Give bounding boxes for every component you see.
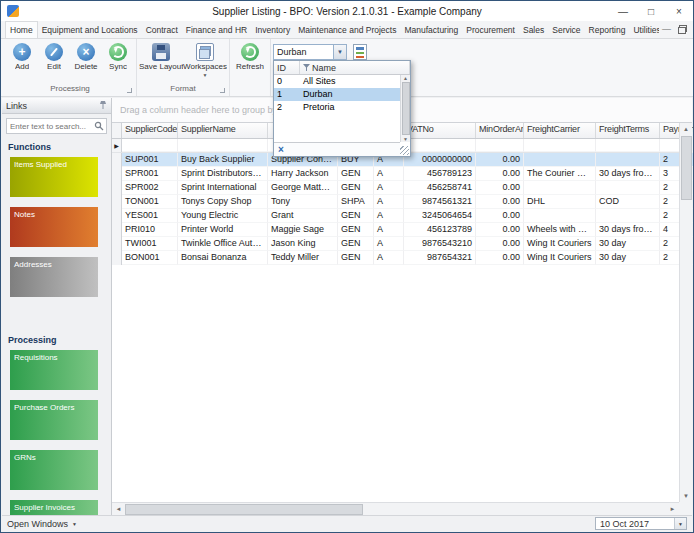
grid-cell[interactable]: Jason King: [268, 237, 338, 251]
tab-utilities[interactable]: Utilities: [629, 22, 659, 38]
grid-cell[interactable]: 0.00: [476, 237, 524, 251]
grid-cell[interactable]: PRI010: [122, 223, 178, 237]
search-input[interactable]: [7, 121, 94, 132]
grid-cell[interactable]: 0.00: [476, 167, 524, 181]
column-header-freightcarrier[interactable]: FreightCarrier: [524, 123, 596, 138]
grid-cell[interactable]: George Matthews: [268, 181, 338, 195]
tab-procurement[interactable]: Procurement: [462, 22, 519, 38]
popup-scroll-thumb[interactable]: [402, 82, 410, 135]
grid-cell[interactable]: 9876543210: [404, 237, 476, 251]
grid-cell[interactable]: 456123789: [404, 223, 476, 237]
tile-purchase-orders[interactable]: Purchase Orders: [10, 400, 98, 440]
scroll-up-icon[interactable]: ▲: [680, 123, 693, 135]
grid-cell[interactable]: SUP001: [122, 153, 178, 167]
tab-reporting[interactable]: Reporting: [585, 22, 630, 38]
popup-scroll-up-icon[interactable]: ▲: [403, 75, 408, 81]
horizontal-scroll-thumb[interactable]: [125, 504, 363, 515]
pin-icon[interactable]: [99, 100, 107, 112]
tab-inventory[interactable]: Inventory: [251, 22, 294, 38]
grid-cell[interactable]: SPR002: [122, 181, 178, 195]
grid-row[interactable]: BON001Bonsai BonanzaTeddy MillerGENA9876…: [112, 251, 692, 265]
grid-cell[interactable]: 0.00: [476, 195, 524, 209]
popup-row-pretoria[interactable]: 2Pretoria: [274, 101, 410, 114]
grid-cell[interactable]: Wheels with Wings: [524, 223, 596, 237]
report-icon[interactable]: [353, 44, 367, 60]
column-header-freightterms[interactable]: FreightTerms: [596, 123, 660, 138]
tab-maintenance-and-projects[interactable]: Maintenance and Projects: [294, 22, 400, 38]
popup-scrollbar[interactable]: ▲ ▼: [400, 75, 410, 142]
grid-cell[interactable]: A: [374, 237, 404, 251]
grid-row[interactable]: TON001Tonys Copy ShopTonySHPAA9874561321…: [112, 195, 692, 209]
ribbon-button-workspaces[interactable]: Workspaces▼: [183, 41, 227, 83]
grid-cell[interactable]: Harry Jackson: [268, 167, 338, 181]
scroll-left-icon[interactable]: ◄: [112, 503, 125, 515]
popup-column-name[interactable]: Name: [300, 61, 410, 74]
grid-cell[interactable]: 0.00: [476, 153, 524, 167]
search-icon[interactable]: [94, 121, 104, 131]
popup-row-all-sites[interactable]: 0All Sites: [274, 75, 410, 88]
horizontal-scrollbar[interactable]: ◄ ►: [112, 502, 679, 515]
close-button[interactable]: ×: [665, 2, 693, 21]
grid-cell[interactable]: COD: [596, 195, 660, 209]
grid-cell[interactable]: Sprint Distributors Local: [178, 167, 268, 181]
tile-notes[interactable]: Notes: [10, 207, 98, 247]
ribbon-button-add[interactable]: Add: [6, 41, 38, 83]
grid-row[interactable]: SPR002Sprint InternationalGeorge Matthew…: [112, 181, 692, 195]
grid-cell[interactable]: GEN: [338, 223, 374, 237]
filter-cell[interactable]: [476, 139, 524, 152]
tile-grns[interactable]: GRNs: [10, 450, 98, 490]
date-dropdown-icon[interactable]: ▼: [674, 518, 686, 529]
grid-cell[interactable]: SHPA: [338, 195, 374, 209]
popup-clear-filter-button[interactable]: ×: [274, 142, 400, 156]
grid-cell[interactable]: 0.00: [476, 223, 524, 237]
grid-cell[interactable]: [596, 181, 660, 195]
tab-home[interactable]: Home: [5, 21, 38, 38]
mdi-restore-icon[interactable]: [678, 25, 687, 34]
dialog-launcher-icon[interactable]: [127, 88, 132, 93]
combo-dropdown-icon[interactable]: ▼: [333, 45, 346, 59]
tab-sales[interactable]: Sales: [519, 22, 548, 38]
popup-row-durban[interactable]: 1Durban: [274, 88, 410, 101]
grid-cell[interactable]: 30 days from Delivery: [596, 167, 660, 181]
grid-cell[interactable]: Young Electric: [178, 209, 268, 223]
tile-supplier-invoices[interactable]: Supplier Invoices: [10, 500, 98, 515]
grid-cell[interactable]: GEN: [338, 237, 374, 251]
grid-cell[interactable]: [596, 209, 660, 223]
grid-cell[interactable]: 987654321: [404, 251, 476, 265]
ribbon-button-save-layout[interactable]: Save Layout: [139, 41, 183, 83]
grid-cell[interactable]: Wing It Couriers: [524, 237, 596, 251]
popup-scroll-down-icon[interactable]: ▼: [403, 136, 408, 142]
grid-cell[interactable]: 0.00: [476, 251, 524, 265]
open-windows-button[interactable]: Open Windows ▼: [7, 519, 77, 529]
grid-cell[interactable]: 456258741: [404, 181, 476, 195]
grid-cell[interactable]: Buy Back Supplier: [178, 153, 268, 167]
grid-cell[interactable]: A: [374, 195, 404, 209]
date-picker[interactable]: 10 Oct 2017 ▼: [595, 517, 687, 530]
grid-cell[interactable]: 30 day: [596, 237, 660, 251]
grid-cell[interactable]: [524, 209, 596, 223]
grid-cell[interactable]: A: [374, 209, 404, 223]
filter-cell[interactable]: [404, 139, 476, 152]
tab-equipment-and-locations[interactable]: Equipment and Locations: [38, 22, 142, 38]
grid-cell[interactable]: [596, 153, 660, 167]
grid-row[interactable]: PRI010Printer WorldMaggie SageGENA456123…: [112, 223, 692, 237]
grid-cell[interactable]: Tonys Copy Shop: [178, 195, 268, 209]
tile-requisitions[interactable]: Requisitions: [10, 350, 98, 390]
grid-cell[interactable]: TWI001: [122, 237, 178, 251]
column-header-vatno[interactable]: VATNo: [404, 123, 476, 138]
grid-cell[interactable]: [524, 153, 596, 167]
tab-finance-and-hr[interactable]: Finance and HR: [182, 22, 251, 38]
grid-cell[interactable]: Teddy Miller: [268, 251, 338, 265]
minimize-button[interactable]: —: [609, 2, 637, 21]
ribbon-button-edit[interactable]: Edit: [38, 41, 70, 83]
grid-cell[interactable]: Maggie Sage: [268, 223, 338, 237]
site-selector-combo[interactable]: Durban ▼: [273, 44, 347, 60]
column-header-suppliercode[interactable]: SupplierCode: [122, 123, 178, 138]
grid-cell[interactable]: A: [374, 251, 404, 265]
grid-cell[interactable]: YES001: [122, 209, 178, 223]
column-header-suppliername[interactable]: SupplierName: [178, 123, 268, 138]
popup-resize-grip[interactable]: [400, 146, 409, 155]
grid-cell[interactable]: 3245064654: [404, 209, 476, 223]
grid-cell[interactable]: GEN: [338, 167, 374, 181]
vertical-scroll-thumb[interactable]: [681, 136, 692, 200]
